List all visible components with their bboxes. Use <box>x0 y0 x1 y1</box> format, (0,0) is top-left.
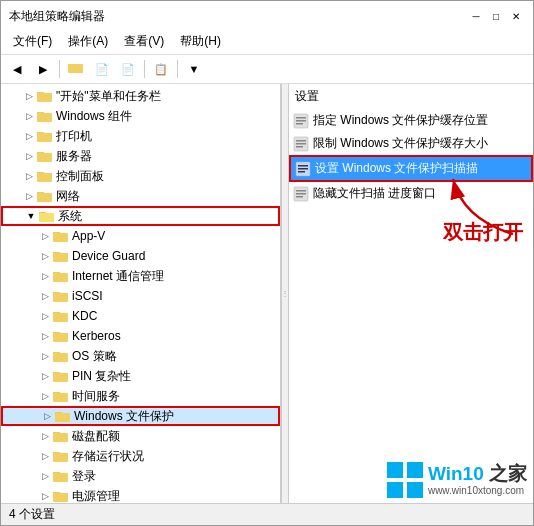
expander-app-v[interactable]: ▷ <box>37 228 53 244</box>
expander-kerberos[interactable]: ▷ <box>37 328 53 344</box>
folder-icon-iscsi <box>53 289 69 303</box>
status-bar: 4 个设置 <box>1 503 533 525</box>
tree-item-control-panel[interactable]: ▷ 控制面板 <box>1 166 280 186</box>
tree-item-system[interactable]: ▼ 系统 <box>1 206 280 226</box>
expander-storage-status[interactable]: ▷ <box>37 448 53 464</box>
menu-view[interactable]: 查看(V) <box>116 31 172 52</box>
svg-rect-64 <box>387 482 403 498</box>
panel-splitter[interactable]: ⋮ <box>281 84 289 503</box>
svg-rect-52 <box>296 146 303 148</box>
tree-item-device-guard[interactable]: ▷ Device Guard <box>1 246 280 266</box>
tree-item-kdc[interactable]: ▷ KDC <box>1 306 280 326</box>
settings-item-set-scan[interactable]: 设置 Windows 文件保护扫描描 <box>289 155 533 182</box>
watermark: Win10 之家 www.win10xtong.com <box>380 457 533 503</box>
tree-item-printer[interactable]: ▷ 打印机 <box>1 126 280 146</box>
expander-server[interactable]: ▷ <box>21 148 37 164</box>
expander-printer[interactable]: ▷ <box>21 128 37 144</box>
expander-time-service[interactable]: ▷ <box>37 388 53 404</box>
back-button[interactable]: ◀ <box>5 58 29 80</box>
folder-icon-network <box>37 189 53 203</box>
svg-rect-60 <box>296 196 303 198</box>
toolbar: ◀ ▶ 📄 📄 📋 ▼ <box>1 55 533 84</box>
tree-item-kerberos[interactable]: ▷ Kerberos <box>1 326 280 346</box>
status-text: 4 个设置 <box>9 506 55 523</box>
tree-item-disk-quota[interactable]: ▷ 磁盘配额 <box>1 426 280 446</box>
new-icon: 📋 <box>154 63 168 76</box>
tree-item-pin-complexity[interactable]: ▷ PIN 复杂性 <box>1 366 280 386</box>
title-buttons: ─ □ ✕ <box>467 7 525 25</box>
expander-login[interactable]: ▷ <box>37 468 53 484</box>
policy-button-1[interactable]: 📄 <box>90 58 114 80</box>
settings-item-specify-cache[interactable]: 指定 Windows 文件保护缓存位置 <box>289 109 533 132</box>
forward-button[interactable]: ▶ <box>31 58 55 80</box>
tree-item-storage-status[interactable]: ▷ 存储运行状况 <box>1 446 280 466</box>
folder-icon-printer <box>37 129 53 143</box>
watermark-url: www.win10xtong.com <box>428 485 527 496</box>
tree-item-internet-mgmt[interactable]: ▷ Internet 通信管理 <box>1 266 280 286</box>
expander-system[interactable]: ▼ <box>23 208 39 224</box>
tree-item-server[interactable]: ▷ 服务器 <box>1 146 280 166</box>
svg-rect-62 <box>387 462 403 478</box>
expander-control-panel[interactable]: ▷ <box>21 168 37 184</box>
filter-icon: ▼ <box>189 63 200 75</box>
menu-file[interactable]: 文件(F) <box>5 31 60 52</box>
tree-item-login[interactable]: ▷ 登录 <box>1 466 280 486</box>
policy-button-2[interactable]: 📄 <box>116 58 140 80</box>
tree-item-network[interactable]: ▷ 网络 <box>1 186 280 206</box>
expander-internet-mgmt[interactable]: ▷ <box>37 268 53 284</box>
tree-item-windows-file-protection[interactable]: ▷ Windows 文件保护 <box>1 406 280 426</box>
svg-rect-26 <box>53 313 68 322</box>
tree-item-iscsi[interactable]: ▷ iSCSI <box>1 286 280 306</box>
label-app-v: App-V <box>72 229 105 243</box>
annotation-text: 双击打开 <box>443 219 523 246</box>
filter-button[interactable]: ▼ <box>182 58 206 80</box>
label-set-scan: 设置 Windows 文件保护扫描描 <box>315 160 478 177</box>
expander-power-mgmt[interactable]: ▷ <box>37 488 53 503</box>
settings-item-limit-cache[interactable]: 限制 Windows 文件保护缓存大小 <box>289 132 533 155</box>
maximize-button[interactable]: □ <box>487 7 505 25</box>
menu-help[interactable]: 帮助(H) <box>172 31 229 52</box>
svg-rect-38 <box>53 433 68 442</box>
svg-rect-22 <box>53 273 68 282</box>
expander-pin-complexity[interactable]: ▷ <box>37 368 53 384</box>
expander-start-menu[interactable]: ▷ <box>21 88 37 104</box>
label-os-policy: OS 策略 <box>72 348 117 365</box>
svg-rect-48 <box>296 123 303 125</box>
svg-rect-56 <box>298 171 305 173</box>
menu-action[interactable]: 操作(A) <box>60 31 116 52</box>
show-hide-button[interactable] <box>64 58 88 80</box>
tree-item-start-menu[interactable]: ▷ "开始"菜单和任务栏 <box>1 86 280 106</box>
svg-rect-47 <box>296 120 306 122</box>
expander-disk-quota[interactable]: ▷ <box>37 428 53 444</box>
label-control-panel: 控制面板 <box>56 168 104 185</box>
tree-item-app-v[interactable]: ▷ App-V <box>1 226 280 246</box>
tree-item-time-service[interactable]: ▷ 时间服务 <box>1 386 280 406</box>
window-title: 本地组策略编辑器 <box>9 8 105 25</box>
svg-rect-34 <box>53 393 68 402</box>
expander-windows-file-protection[interactable]: ▷ <box>39 408 55 424</box>
expander-os-policy[interactable]: ▷ <box>37 348 53 364</box>
svg-rect-65 <box>407 482 423 498</box>
policy-icon-hide-progress <box>293 186 309 202</box>
expander-windows-components[interactable]: ▷ <box>21 108 37 124</box>
expander-kdc[interactable]: ▷ <box>37 308 53 324</box>
folder-icon-app-v <box>53 229 69 243</box>
expander-iscsi[interactable]: ▷ <box>37 288 53 304</box>
minimize-button[interactable]: ─ <box>467 7 485 25</box>
svg-rect-36 <box>55 413 70 422</box>
folder-open-icon <box>68 61 84 77</box>
close-button[interactable]: ✕ <box>507 7 525 25</box>
new-button[interactable]: 📋 <box>149 58 173 80</box>
tree-item-windows-components[interactable]: ▷ Windows 组件 <box>1 106 280 126</box>
settings-item-hide-progress[interactable]: 隐藏文件扫描 进度窗口 <box>289 182 533 205</box>
expander-device-guard[interactable]: ▷ <box>37 248 53 264</box>
policy-icon-specify-cache <box>293 113 309 129</box>
tree-item-power-mgmt[interactable]: ▷ 电源管理 <box>1 486 280 503</box>
svg-rect-46 <box>296 117 306 119</box>
folder-icon-device-guard <box>53 249 69 263</box>
svg-rect-14 <box>37 193 52 202</box>
svg-rect-20 <box>53 253 68 262</box>
tree-item-os-policy[interactable]: ▷ OS 策略 <box>1 346 280 366</box>
label-limit-cache: 限制 Windows 文件保护缓存大小 <box>313 135 488 152</box>
expander-network[interactable]: ▷ <box>21 188 37 204</box>
